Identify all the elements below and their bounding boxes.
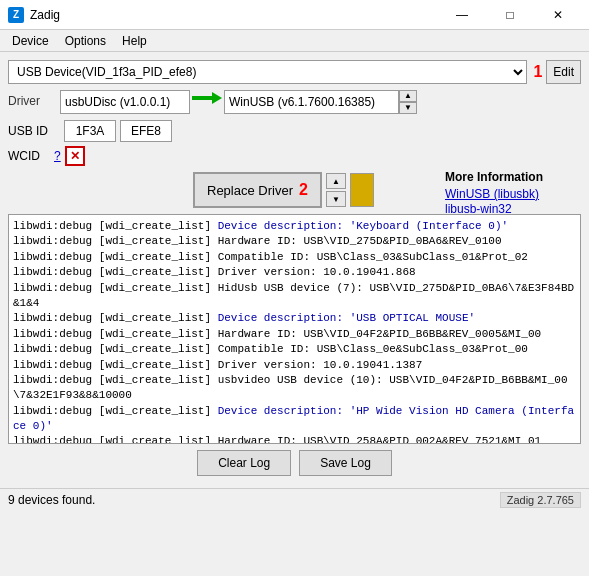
menu-help[interactable]: Help [114,32,155,50]
usb-id-label: USB ID [8,124,60,138]
usb-vid-field[interactable] [64,120,116,142]
usb-id-row: USB ID [8,120,581,142]
driver-label: Driver [8,90,60,108]
badge-2: 2 [299,181,308,199]
wcid-label: WCID [8,149,50,163]
menu-device[interactable]: Device [4,32,57,50]
bottom-buttons: Clear Log Save Log [8,450,581,476]
wcid-row: WCID ? ✕ [8,146,581,166]
more-info-title: More Information [445,170,575,184]
replace-down-button[interactable]: ▼ [326,191,346,207]
title-bar: Z Zadig — □ ✕ [0,0,589,30]
close-button[interactable]: ✕ [535,0,581,30]
driver-spin-up[interactable]: ▲ [399,90,417,102]
replace-up-button[interactable]: ▲ [326,173,346,189]
replace-color-swatch[interactable] [350,173,374,207]
title-bar-text: Zadig [30,8,439,22]
minimize-button[interactable]: — [439,0,485,30]
driver-row: Driver usbUDisc (v1.0.0.1) WinUSB (v6.1.… [8,90,581,114]
main-content: USB Device(VID_1f3a_PID_efe8) 1 Edit Dri… [0,52,589,488]
edit-button[interactable]: Edit [546,60,581,84]
badge-1: 1 [533,63,542,81]
right-arrow [192,90,222,106]
log-area-wrap: libwdi:debug [wdi_create_list] Device de… [8,214,581,444]
arrow-icon [190,90,224,106]
device-select[interactable]: USB Device(VID_1f3a_PID_efe8) [8,60,527,84]
wcid-question-link[interactable]: ? [54,149,61,163]
clear-log-button[interactable]: Clear Log [197,450,291,476]
save-log-button[interactable]: Save Log [299,450,392,476]
status-bar: 9 devices found. Zadig 2.7.765 [0,488,589,510]
wcid-x-button[interactable]: ✕ [65,146,85,166]
title-bar-controls: — □ ✕ [439,0,581,30]
more-info-link-0[interactable]: WinUSB (libusbk) [445,187,575,201]
log-area[interactable]: libwdi:debug [wdi_create_list] Device de… [8,214,581,444]
driver-spin-down[interactable]: ▼ [399,102,417,114]
driver-current-value: usbUDisc (v1.0.0.1) [60,90,190,114]
menu-options[interactable]: Options [57,32,114,50]
status-text: 9 devices found. [8,493,95,507]
status-version: Zadig 2.7.765 [500,492,581,508]
replace-driver-label: Replace Driver [207,183,293,198]
driver-target-value: WinUSB (v6.1.7600.16385) [224,90,399,114]
menu-bar: Device Options Help [0,30,589,52]
usb-pid-field[interactable] [120,120,172,142]
replace-driver-button[interactable]: Replace Driver 2 [193,172,322,208]
maximize-button[interactable]: □ [487,0,533,30]
app-icon: Z [8,7,24,23]
device-row: USB Device(VID_1f3a_PID_efe8) 1 Edit [8,60,581,84]
replace-side-buttons: ▲ ▼ [326,173,346,207]
driver-spinners: ▲ ▼ [399,90,417,114]
